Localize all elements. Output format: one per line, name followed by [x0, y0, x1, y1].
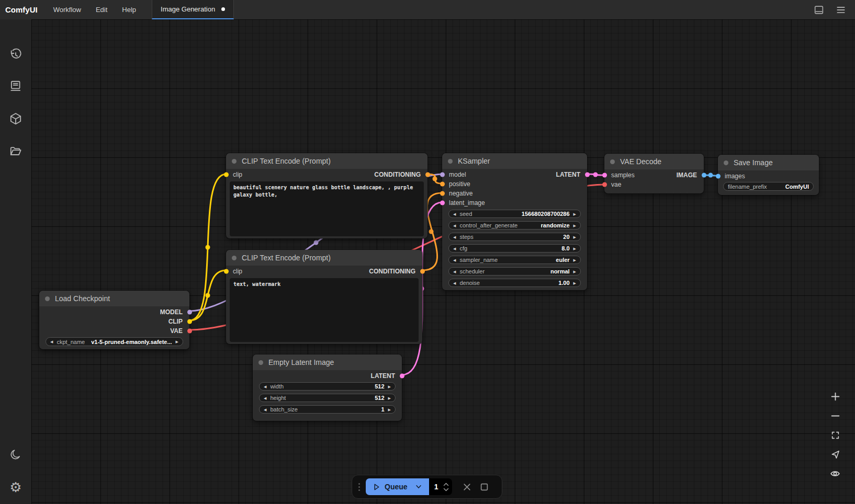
decrement-arrow-icon[interactable]: ◀	[453, 258, 456, 262]
output-port-clip[interactable]	[187, 319, 192, 324]
decrement-arrow-icon[interactable]: ◀	[264, 408, 266, 411]
increment-arrow-icon[interactable]: ▶	[388, 408, 391, 411]
sidebar-item-model-library[interactable]	[6, 109, 25, 128]
settings-button[interactable]: ⚙	[6, 478, 25, 497]
input-port-negative[interactable]	[440, 191, 445, 196]
node-title-bar[interactable]: CLIP Text Encode (Prompt)	[226, 153, 428, 169]
collapse-dot-icon[interactable]	[232, 159, 237, 164]
node-title-bar[interactable]: CLIP Text Encode (Prompt)	[226, 250, 422, 266]
node-empty-latent-image[interactable]: Empty Latent Image LATENT ◀ width 512 ▶ …	[253, 354, 402, 421]
increment-arrow-icon[interactable]: ▶	[573, 224, 576, 227]
select-mode-button[interactable]	[829, 448, 841, 461]
output-port-latent[interactable]	[585, 173, 590, 177]
output-port-model[interactable]	[187, 310, 192, 315]
output-port-conditioning[interactable]	[425, 173, 430, 177]
prompt-textarea[interactable]: beautiful scenery nature glass bottle la…	[230, 181, 424, 236]
node-clip-text-encode-positive[interactable]: CLIP Text Encode (Prompt) clip CONDITION…	[226, 153, 428, 238]
zoom-out-button[interactable]	[829, 409, 841, 422]
output-port-conditioning[interactable]	[420, 269, 425, 274]
collapse-dot-icon[interactable]	[724, 161, 728, 165]
drag-handle[interactable]	[357, 483, 361, 491]
decrement-arrow-icon[interactable]: ◀	[50, 340, 53, 343]
decrement-arrow-icon[interactable]: ◀	[453, 224, 456, 227]
increment-arrow-icon[interactable]: ▶	[573, 247, 576, 250]
node-load-checkpoint[interactable]: Load Checkpoint MODEL CLIP VAE ◀ ckpt_na…	[39, 291, 189, 349]
theme-toggle-button[interactable]	[6, 445, 25, 464]
node-title-bar[interactable]: VAE Decode	[604, 154, 704, 169]
interrupt-button[interactable]	[478, 480, 491, 493]
toggle-link-visibility-button[interactable]	[829, 467, 841, 480]
node-title-bar[interactable]: Save Image	[718, 155, 819, 170]
output-port-image[interactable]	[702, 173, 706, 178]
decrement-arrow-icon[interactable]: ◀	[453, 281, 456, 285]
input-port-clip[interactable]	[224, 269, 229, 274]
sidebar-item-workflows[interactable]	[6, 142, 25, 161]
batch-count-value[interactable]: 1	[432, 483, 441, 491]
widget-width[interactable]: ◀ width 512 ▶	[259, 382, 396, 391]
widget-control-after-generate[interactable]: ◀ control_after_generate randomize ▶	[448, 221, 581, 230]
input-port-vae[interactable]	[602, 182, 607, 187]
widget-batch-size[interactable]: ◀ batch_size 1 ▶	[259, 405, 396, 414]
zoom-in-button[interactable]	[829, 390, 841, 403]
decrement-arrow-icon[interactable]: ◀	[264, 396, 266, 400]
increment-arrow-icon[interactable]: ▶	[388, 396, 391, 400]
workflow-tab[interactable]: Image Generation	[152, 0, 234, 19]
clear-queue-button[interactable]	[461, 480, 474, 493]
queue-button[interactable]: Queue	[366, 478, 429, 495]
widget-scheduler[interactable]: ◀ scheduler normal ▶	[448, 267, 581, 276]
node-clip-text-encode-negative[interactable]: CLIP Text Encode (Prompt) clip CONDITION…	[226, 250, 422, 344]
decrement-chevron-icon[interactable]	[443, 488, 449, 491]
bottom-panel-toggle-button[interactable]	[812, 3, 826, 17]
fit-view-button[interactable]	[829, 429, 841, 441]
node-ksampler[interactable]: KSampler model LATENT positive negative …	[442, 153, 587, 290]
decrement-arrow-icon[interactable]: ◀	[453, 212, 456, 216]
sidebar-item-queue-history[interactable]	[6, 45, 25, 64]
prompt-textarea[interactable]: text, watermark	[230, 278, 419, 342]
collapse-dot-icon[interactable]	[448, 159, 453, 164]
chevron-down-icon[interactable]	[415, 483, 422, 490]
collapse-dot-icon[interactable]	[232, 256, 237, 260]
node-title-bar[interactable]: Load Checkpoint	[39, 291, 189, 306]
input-port-positive[interactable]	[440, 182, 445, 187]
input-port-images[interactable]	[716, 174, 721, 179]
node-title-bar[interactable]: Empty Latent Image	[253, 354, 402, 370]
increment-arrow-icon[interactable]: ▶	[176, 340, 178, 343]
increment-arrow-icon[interactable]: ▶	[388, 385, 391, 388]
node-save-image[interactable]: Save Image images filename_prefix ComfyU…	[718, 155, 819, 195]
batch-count-stepper[interactable]: 1	[429, 478, 452, 495]
node-vae-decode[interactable]: VAE Decode samples IMAGE vae	[604, 154, 704, 193]
widget-ckpt-name[interactable]: ◀ ckpt_name v1-5-pruned-emaonly.safete..…	[46, 337, 183, 346]
widget-denoise[interactable]: ◀ denoise 1.00 ▶	[448, 279, 581, 287]
menu-edit[interactable]: Edit	[88, 0, 115, 19]
widget-height[interactable]: ◀ height 512 ▶	[259, 394, 396, 402]
increment-arrow-icon[interactable]: ▶	[573, 281, 576, 285]
input-port-latent-image[interactable]	[440, 201, 445, 205]
collapse-dot-icon[interactable]	[258, 360, 263, 365]
collapse-dot-icon[interactable]	[610, 159, 615, 164]
output-port-vae[interactable]	[187, 329, 192, 334]
increment-arrow-icon[interactable]: ▶	[573, 212, 576, 216]
input-port-clip[interactable]	[224, 173, 229, 177]
decrement-arrow-icon[interactable]: ◀	[453, 235, 456, 239]
decrement-arrow-icon[interactable]: ◀	[453, 270, 456, 273]
input-port-model[interactable]	[440, 173, 445, 177]
decrement-arrow-icon[interactable]: ◀	[453, 247, 456, 250]
output-port-latent[interactable]	[400, 374, 404, 379]
node-title-bar[interactable]: KSampler	[442, 153, 587, 169]
widget-filename-prefix[interactable]: filename_prefix ComfyUI	[723, 182, 814, 191]
input-port-samples[interactable]	[602, 173, 607, 178]
widget-sampler-name[interactable]: ◀ sampler_name euler ▶	[448, 256, 581, 264]
increment-arrow-icon[interactable]: ▶	[573, 270, 576, 273]
decrement-arrow-icon[interactable]: ◀	[264, 385, 266, 388]
menu-help[interactable]: Help	[115, 0, 143, 19]
widget-cfg[interactable]: ◀ cfg 8.0 ▶	[448, 244, 581, 253]
increment-arrow-icon[interactable]: ▶	[573, 258, 576, 262]
increment-chevron-icon[interactable]	[443, 483, 449, 486]
sidebar-item-node-library[interactable]	[6, 77, 25, 96]
increment-arrow-icon[interactable]: ▶	[573, 235, 576, 239]
widget-steps[interactable]: ◀ steps 20 ▶	[448, 233, 581, 241]
main-menu-button[interactable]	[834, 3, 848, 17]
menu-workflow[interactable]: Workflow	[46, 0, 88, 19]
widget-seed[interactable]: ◀ seed 156680208700286 ▶	[448, 210, 581, 218]
collapse-dot-icon[interactable]	[45, 296, 50, 301]
